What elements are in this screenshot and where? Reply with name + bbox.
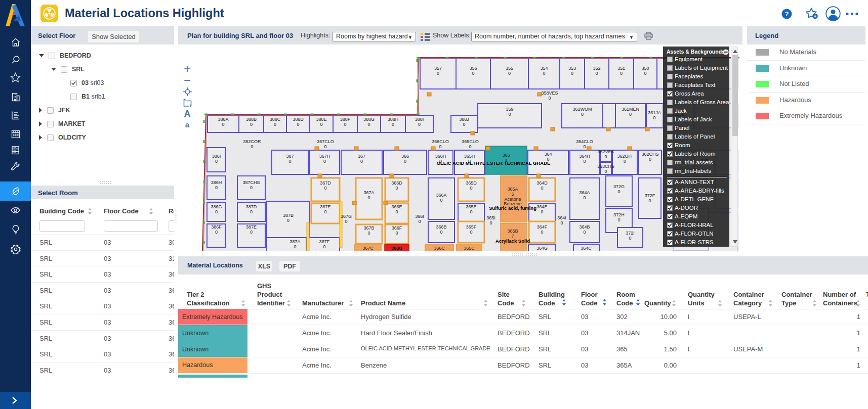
svg-text:358VES: 358VES: [541, 90, 558, 96]
svg-text:0: 0: [250, 230, 253, 235]
svg-text:0: 0: [324, 209, 326, 214]
svg-text:366C: 366C: [434, 246, 445, 251]
svg-text:0: 0: [323, 244, 325, 249]
svg-text:366: 366: [401, 154, 409, 159]
svg-text:0: 0: [288, 159, 291, 164]
svg-text:0: 0: [469, 144, 471, 149]
svg-text:372H: 372H: [613, 212, 625, 217]
svg-text:0: 0: [395, 209, 398, 214]
svg-text:Sulfuric acid, fuming: Sulfuric acid, fuming: [489, 205, 536, 211]
svg-text:0: 0: [629, 236, 631, 241]
svg-text:367B: 367B: [363, 225, 374, 231]
svg-text:0: 0: [543, 71, 545, 76]
svg-text:359: 359: [506, 107, 513, 112]
svg-text:0: 0: [548, 96, 551, 101]
svg-text:0: 0: [595, 71, 598, 76]
svg-text:0: 0: [320, 122, 322, 127]
svg-text:0: 0: [583, 195, 586, 200]
svg-text:0: 0: [463, 122, 465, 127]
svg-text:0: 0: [324, 144, 326, 149]
svg-text:0: 0: [323, 159, 326, 164]
svg-text:388A: 388A: [218, 117, 228, 122]
svg-text:363CHS: 363CHS: [597, 164, 614, 169]
svg-text:0: 0: [418, 122, 421, 127]
svg-text:OLEIC ACID METHYL ESTER TECHNI: OLEIC ACID METHYL ESTER TECHNICAL GRADE: [437, 160, 551, 166]
svg-text:0: 0: [541, 186, 543, 191]
svg-text:0: 0: [418, 219, 421, 224]
svg-text:365H: 365H: [464, 154, 475, 159]
svg-text:0: 0: [508, 71, 511, 76]
svg-text:0: 0: [437, 71, 439, 76]
svg-text:0: 0: [648, 198, 651, 203]
svg-text:366H: 366H: [435, 154, 446, 159]
svg-text:364C: 364C: [581, 246, 592, 251]
svg-text:0: 0: [617, 189, 620, 194]
svg-text:361MEN: 361MEN: [622, 107, 639, 112]
svg-text:367D: 367D: [320, 180, 331, 186]
svg-text:372G: 372G: [613, 184, 625, 189]
svg-text:367H: 367H: [319, 154, 330, 159]
svg-text:0: 0: [250, 185, 253, 190]
svg-text:365A: 365A: [507, 187, 518, 192]
svg-text:365CLO: 365CLO: [462, 139, 479, 144]
svg-text:0: 0: [250, 209, 253, 214]
svg-text:388J: 388J: [459, 117, 469, 122]
svg-text:364CLO: 364CLO: [576, 139, 593, 144]
svg-text:362VES: 362VES: [597, 149, 614, 154]
svg-text:367F: 367F: [319, 239, 330, 244]
svg-text:361JA: 361JA: [648, 110, 661, 115]
svg-text:0: 0: [489, 220, 492, 225]
svg-text:365F: 365F: [466, 224, 477, 230]
svg-text:388B: 388B: [246, 117, 257, 122]
svg-text:367: 367: [358, 154, 365, 159]
svg-text:387A: 387A: [290, 239, 300, 244]
svg-text:0: 0: [604, 169, 607, 174]
svg-text:388D: 388D: [293, 117, 304, 122]
svg-text:387E: 387E: [246, 224, 257, 230]
svg-text:367G: 367G: [341, 214, 352, 219]
svg-text:364A: 364A: [579, 190, 590, 195]
svg-text:0: 0: [571, 71, 573, 76]
svg-text:386F: 386F: [211, 224, 222, 230]
svg-text:388C: 388C: [270, 117, 281, 122]
svg-text:367A: 367A: [363, 190, 374, 195]
svg-text:Acryllack Solid: Acryllack Solid: [495, 238, 530, 244]
svg-text:364I: 364I: [557, 215, 566, 220]
svg-text:388G: 388G: [363, 117, 375, 122]
svg-text:366D: 366D: [391, 180, 402, 186]
svg-text:0: 0: [367, 122, 370, 127]
svg-text:354: 354: [540, 66, 548, 71]
svg-text:0: 0: [470, 186, 472, 191]
svg-text:367E: 367E: [320, 204, 330, 209]
svg-text:366G: 366G: [391, 246, 402, 251]
svg-text:0: 0: [367, 231, 370, 236]
svg-text:0: 0: [215, 185, 218, 190]
svg-text:352: 352: [593, 66, 600, 71]
svg-text:0: 0: [560, 220, 563, 225]
svg-text:353: 353: [568, 66, 576, 71]
svg-text:388I: 388I: [415, 117, 424, 122]
svg-text:5: 5: [511, 192, 514, 197]
svg-text:0: 0: [440, 230, 442, 235]
svg-text:?: ?: [785, 10, 789, 18]
svg-text:0: 0: [287, 218, 290, 223]
svg-text:351: 351: [617, 66, 625, 71]
svg-text:0: 0: [439, 144, 441, 149]
svg-text:367CLO: 367CLO: [317, 139, 334, 144]
svg-text:386I: 386I: [212, 154, 221, 159]
svg-text:388H: 388H: [388, 117, 399, 122]
svg-text:0: 0: [653, 115, 655, 120]
svg-text:364E: 364E: [536, 204, 547, 209]
svg-text:0: 0: [344, 122, 346, 127]
svg-text:0: 0: [392, 122, 394, 127]
svg-text:366I: 366I: [415, 214, 424, 219]
svg-text:0: 0: [581, 112, 584, 117]
svg-text:386H: 386H: [211, 180, 222, 185]
svg-text:362OIT: 362OIT: [617, 154, 633, 159]
svg-text:388E: 388E: [316, 117, 326, 122]
svg-text:366CLO: 366CLO: [432, 139, 449, 144]
svg-text:0: 0: [508, 112, 511, 117]
svg-text:0: 0: [541, 209, 543, 214]
svg-text:357: 357: [434, 66, 442, 71]
svg-text:0: 0: [222, 122, 224, 127]
